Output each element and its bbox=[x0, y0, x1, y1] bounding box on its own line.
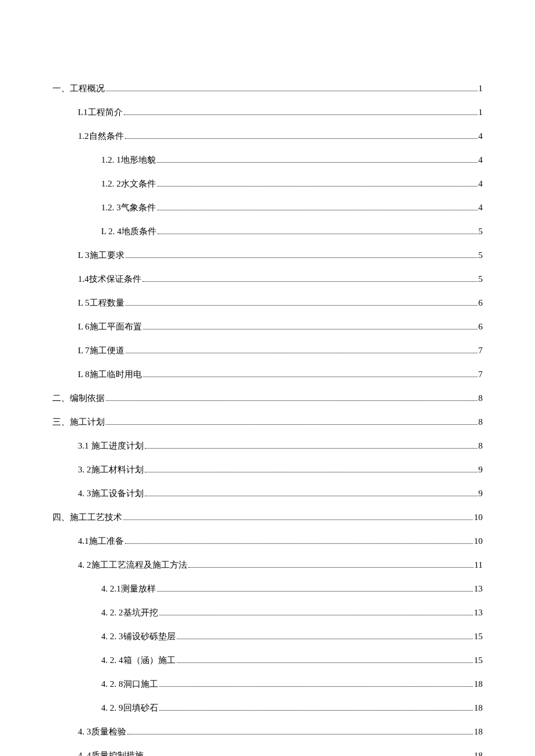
toc-entry-page: 13 bbox=[474, 582, 483, 596]
toc-entry-page: 9 bbox=[479, 463, 483, 476]
toc-entry-label: 4.1施工准备 bbox=[78, 534, 124, 548]
toc-entry: 4. 2. 8洞口施工18 bbox=[52, 677, 483, 691]
toc-entry-leader bbox=[106, 400, 477, 401]
toc-entry-page: 11 bbox=[475, 558, 483, 572]
toc-entry-page: 1 bbox=[479, 81, 483, 95]
toc-entry-label: 4. 2. 2基坑开挖 bbox=[101, 605, 158, 619]
toc-entry-page: 4 bbox=[479, 177, 483, 191]
toc-entry: 4. 2.1测量放样 13 bbox=[52, 582, 483, 596]
toc-entry-leader bbox=[124, 114, 477, 115]
toc-entry-label: 1.4技术保证条件 bbox=[78, 272, 141, 286]
toc-entry-leader bbox=[123, 519, 473, 520]
toc-entry-page: 4 bbox=[479, 153, 483, 167]
toc-entry: 1.2. 1地形地貌4 bbox=[52, 153, 483, 167]
toc-entry-label: 1.2. 2水文条件 bbox=[101, 177, 156, 191]
toc-entry-label: 4. 2. 9回填砂石 bbox=[101, 701, 158, 715]
toc-entry-label: 4. 4质量控制措施 bbox=[78, 748, 144, 756]
toc-entry-leader bbox=[125, 543, 473, 544]
toc-entry-leader bbox=[157, 186, 477, 187]
toc-entry: 4. 2. 3铺设砂砾垫层15 bbox=[52, 629, 483, 643]
toc-entry: 四、施工工艺技术10 bbox=[52, 510, 483, 524]
toc-entry: 4. 4质量控制措施 18 bbox=[52, 748, 483, 756]
toc-entry: 4. 2施工工艺流程及施工方法 11 bbox=[52, 558, 483, 572]
toc-entry-label: 4. 2. 3铺设砂砾垫层 bbox=[101, 629, 176, 643]
toc-entry-page: 4 bbox=[479, 200, 483, 214]
toc-entry-leader bbox=[159, 686, 473, 687]
toc-entry-leader bbox=[142, 281, 477, 282]
toc-entry-leader bbox=[125, 138, 477, 139]
toc-entry-label: 4. 2施工工艺流程及施工方法 bbox=[78, 558, 187, 572]
toc-entry-leader bbox=[145, 448, 477, 449]
toc-entry-label: 4. 2.1测量放样 bbox=[101, 582, 156, 596]
toc-entry-page: 10 bbox=[474, 534, 483, 548]
toc-entry-leader bbox=[157, 210, 477, 210]
table-of-contents: 一、工程概况1L1工程简介11.2自然条件41.2. 1地形地貌41.2. 2水… bbox=[52, 81, 483, 756]
toc-entry-label: 一、工程概况 bbox=[52, 81, 105, 95]
toc-entry: L 2. 4地质条件5 bbox=[52, 224, 483, 238]
toc-entry: 4. 2. 2基坑开挖13 bbox=[52, 605, 483, 619]
toc-entry-page: 8 bbox=[479, 415, 483, 429]
toc-entry-label: L1工程简介 bbox=[78, 105, 123, 119]
toc-entry-leader bbox=[143, 329, 477, 329]
toc-entry: 二、编制依据8 bbox=[52, 391, 483, 405]
toc-entry: 三、施工计划8 bbox=[52, 415, 483, 429]
toc-entry-page: 5 bbox=[479, 272, 483, 286]
toc-entry-label: 4. 2. 4箱（涵）施工 bbox=[101, 653, 176, 667]
toc-entry: L 8施工临时用电7 bbox=[52, 367, 483, 381]
toc-entry-label: 二、编制依据 bbox=[52, 391, 105, 405]
toc-entry: 3. 2施工材料计划 9 bbox=[52, 463, 483, 476]
toc-entry-page: 8 bbox=[479, 391, 483, 405]
toc-entry-page: 6 bbox=[479, 296, 483, 310]
toc-entry-leader bbox=[188, 567, 473, 568]
toc-entry-page: 7 bbox=[479, 343, 483, 357]
toc-entry: 一、工程概况1 bbox=[52, 81, 483, 95]
toc-entry-label: L 2. 4地质条件 bbox=[101, 224, 156, 238]
toc-entry: 4. 2. 9回填砂石18 bbox=[52, 701, 483, 715]
toc-entry: 3.1 施工进度计划8 bbox=[52, 439, 483, 453]
toc-entry-leader bbox=[127, 734, 473, 734]
toc-entry: 4. 3施工设备计划 9 bbox=[52, 486, 483, 500]
toc-entry-label: 四、施工工艺技术 bbox=[52, 510, 122, 524]
toc-entry-page: 10 bbox=[474, 510, 483, 524]
toc-entry-leader bbox=[106, 91, 477, 91]
toc-entry: 1.2. 3气象条件4 bbox=[52, 200, 483, 214]
toc-entry-leader bbox=[145, 496, 477, 496]
toc-entry-label: 1.2. 1地形地貌 bbox=[101, 153, 156, 167]
toc-entry-leader bbox=[159, 710, 473, 711]
toc-entry: 4. 3质量检验 18 bbox=[52, 725, 483, 739]
toc-entry-page: 1 bbox=[479, 105, 483, 119]
toc-entry: 1.2. 2水文条件4 bbox=[52, 177, 483, 191]
toc-entry-page: 18 bbox=[474, 748, 483, 756]
toc-entry-page: 15 bbox=[474, 629, 483, 643]
toc-entry-label: L 3施工要求 bbox=[78, 248, 124, 262]
toc-entry: 1.2自然条件4 bbox=[52, 129, 483, 143]
toc-entry: L 3施工要求5 bbox=[52, 248, 483, 262]
toc-entry-page: 18 bbox=[474, 725, 483, 739]
toc-entry-leader bbox=[143, 377, 477, 377]
toc-entry-label: L 5工程数量 bbox=[78, 296, 124, 310]
toc-entry: 4.1施工准备10 bbox=[52, 534, 483, 548]
toc-entry-page: 18 bbox=[474, 701, 483, 715]
toc-entry-label: 4. 3质量检验 bbox=[78, 725, 126, 739]
toc-entry-label: 4. 3施工设备计划 bbox=[78, 486, 144, 500]
toc-entry-page: 8 bbox=[479, 439, 483, 453]
toc-entry-label: 1.2. 3气象条件 bbox=[101, 200, 156, 214]
toc-entry-page: 13 bbox=[474, 605, 483, 619]
toc-entry-label: 4. 2. 8洞口施工 bbox=[101, 677, 158, 691]
toc-entry-page: 4 bbox=[479, 129, 483, 143]
toc-entry-leader bbox=[157, 591, 473, 592]
toc-entry-leader bbox=[158, 234, 477, 234]
toc-entry-leader bbox=[177, 639, 473, 639]
toc-entry-leader bbox=[126, 257, 477, 258]
toc-entry-label: 3.1 施工进度计划 bbox=[78, 439, 144, 453]
toc-entry-leader bbox=[106, 424, 477, 425]
toc-entry-label: L 6施工平面布置 bbox=[78, 320, 142, 334]
toc-entry: 1.4技术保证条件5 bbox=[52, 272, 483, 286]
toc-entry-leader bbox=[145, 472, 477, 472]
toc-entry: 4. 2. 4箱（涵）施工 15 bbox=[52, 653, 483, 667]
toc-entry: L1工程简介1 bbox=[52, 105, 483, 119]
toc-entry-leader bbox=[126, 353, 477, 353]
toc-entry-page: 5 bbox=[479, 248, 483, 262]
toc-entry-leader bbox=[157, 162, 477, 163]
toc-entry-page: 15 bbox=[474, 653, 483, 667]
